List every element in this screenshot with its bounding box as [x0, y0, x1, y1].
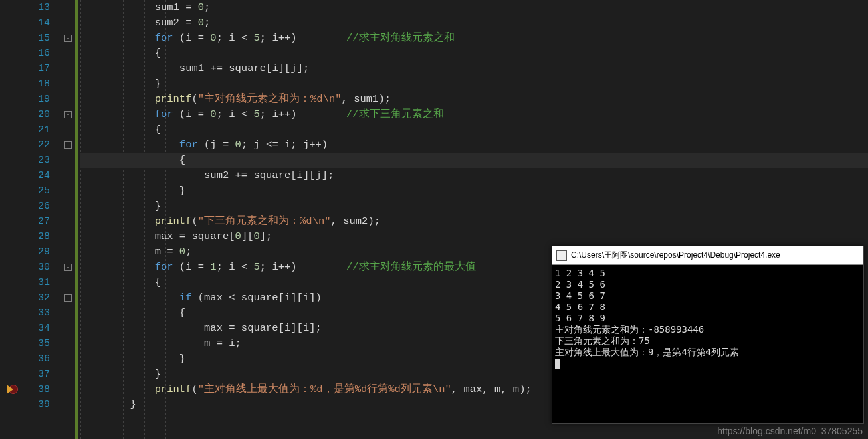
code-line[interactable]: }	[80, 76, 868, 92]
line-number: 32	[27, 290, 50, 306]
line-number: 28	[27, 229, 50, 244]
line-number: 29	[27, 244, 50, 260]
line-number: 37	[27, 367, 50, 382]
line-number: 13	[27, 0, 50, 15]
line-number: 34	[27, 321, 50, 336]
line-number: 31	[27, 275, 50, 290]
code-line[interactable]: {	[80, 153, 868, 168]
line-number: 21	[27, 122, 50, 137]
line-number: 30	[27, 260, 50, 275]
line-number: 25	[27, 183, 50, 199]
fold-toggle-icon[interactable]: -	[64, 294, 72, 302]
code-line[interactable]: printf("下三角元素之和为：%d\n", sum2);	[80, 214, 868, 229]
line-number: 24	[27, 168, 50, 183]
line-number: 14	[27, 15, 50, 31]
line-number: 16	[27, 46, 50, 61]
code-line[interactable]: }	[80, 183, 868, 199]
breakpoint-margin[interactable]	[0, 0, 27, 439]
console-window[interactable]: C:\Users\王阿圈\source\repos\Project4\Debug…	[552, 246, 864, 424]
code-line[interactable]: for (j = 0; j <= i; j++)	[80, 137, 868, 153]
line-number: 23	[27, 153, 50, 168]
execution-arrow-icon	[7, 385, 13, 394]
line-number: 18	[27, 76, 50, 92]
code-line[interactable]: for (i = 0; i < 5; i++) //求主对角线元素之和	[80, 31, 868, 46]
console-app-icon	[556, 250, 567, 261]
code-line[interactable]: max = square[0][0];	[80, 229, 868, 244]
fold-toggle-icon[interactable]: -	[64, 264, 72, 271]
code-line[interactable]: {	[80, 122, 868, 137]
code-line[interactable]: printf("主对角线元素之和为：%d\n", sum1);	[80, 92, 868, 107]
code-line[interactable]: sum1 = 0;	[80, 0, 868, 15]
code-line[interactable]: sum2 += square[i][j];	[80, 168, 868, 183]
code-line[interactable]: for (i = 0; i < 5; i++) //求下三角元素之和	[80, 107, 868, 122]
console-title-text: C:\Users\王阿圈\source\repos\Project4\Debug…	[571, 250, 780, 261]
line-number: 17	[27, 61, 50, 76]
line-number: 15	[27, 31, 50, 46]
watermark-text: https://blog.csdn.net/m0_37805255	[717, 426, 863, 436]
line-number: 33	[27, 306, 50, 321]
code-line[interactable]: {	[80, 46, 868, 61]
code-line[interactable]: }	[80, 199, 868, 214]
console-output: 1 2 3 4 5 2 3 4 5 6 3 4 5 6 7 4 5 6 7 8 …	[552, 265, 863, 372]
line-number: 19	[27, 92, 50, 107]
fold-toggle-icon[interactable]: -	[64, 111, 72, 118]
line-number: 27	[27, 214, 50, 229]
console-titlebar[interactable]: C:\Users\王阿圈\source\repos\Project4\Debug…	[552, 246, 863, 265]
line-number: 39	[27, 397, 50, 412]
fold-toggle-icon[interactable]: -	[64, 35, 72, 42]
line-number: 22	[27, 137, 50, 153]
line-number-gutter: 1314151617181920212223242526272829303132…	[27, 0, 63, 439]
line-number: 35	[27, 336, 50, 351]
console-cursor	[555, 359, 560, 369]
code-line[interactable]: sum2 = 0;	[80, 15, 868, 31]
fold-toggle-icon[interactable]: -	[64, 141, 72, 149]
code-line[interactable]: sum1 += square[i][j];	[80, 61, 868, 76]
line-number: 36	[27, 351, 50, 367]
line-number: 26	[27, 199, 50, 214]
fold-column[interactable]: -----	[63, 0, 75, 439]
line-number: 20	[27, 107, 50, 122]
line-number: 38	[27, 382, 50, 397]
